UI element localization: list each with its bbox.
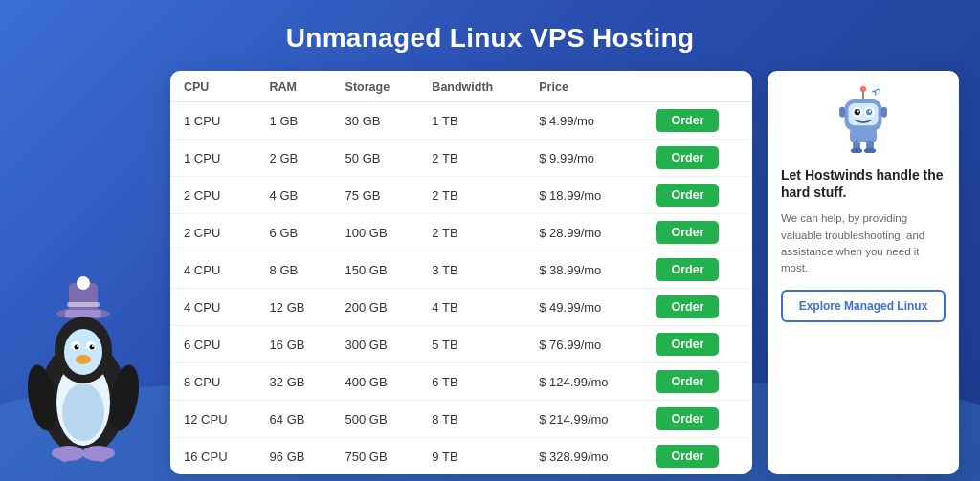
table-row: 1 CPU2 GB50 GB2 TB$ 9.99/moOrder [170, 140, 752, 177]
cell-cpu: 12 CPU [170, 401, 256, 438]
cell-bandwidth: 2 TB [418, 214, 525, 251]
cell-storage: 150 GB [332, 251, 419, 289]
cell-price: $ 124.99/mo [525, 363, 642, 401]
cell-price: $ 18.99/mo [525, 177, 642, 214]
cell-bandwidth: 5 TB [418, 326, 525, 363]
cell-ram: 6 GB [256, 214, 332, 251]
table-row: 4 CPU12 GB200 GB4 TB$ 49.99/moOrder [170, 289, 752, 326]
cell-order: Order [642, 401, 752, 438]
pricing-table: CPU RAM Storage Bandwidth Price 1 CPU1 G… [170, 71, 752, 474]
order-button-row-1[interactable]: Order [656, 146, 719, 169]
cell-bandwidth: 9 TB [418, 438, 525, 475]
cell-cpu: 2 CPU [170, 214, 256, 251]
svg-rect-37 [850, 128, 877, 143]
cell-storage: 500 GB [332, 401, 419, 438]
cell-order: Order [642, 140, 752, 177]
cell-cpu: 1 CPU [170, 102, 256, 140]
cell-order: Order [642, 438, 752, 475]
svg-point-12 [90, 345, 95, 350]
cell-price: $ 328.99/mo [525, 438, 642, 475]
order-button-row-8[interactable]: Order [656, 407, 719, 430]
side-panel: Let Hostwinds handle the hard stuff. We … [768, 71, 959, 474]
cell-cpu: 16 CPU [170, 438, 256, 475]
cell-storage: 200 GB [332, 289, 419, 326]
table-row: 2 CPU4 GB75 GB2 TB$ 18.99/moOrder [170, 177, 752, 214]
cell-price: $ 76.99/mo [525, 326, 642, 363]
svg-point-14 [92, 345, 94, 347]
svg-point-4 [77, 276, 90, 290]
cell-ram: 12 GB [256, 289, 332, 326]
svg-rect-3 [67, 302, 100, 307]
cell-bandwidth: 4 TB [418, 289, 525, 326]
side-panel-title: Let Hostwinds handle the hard stuff. [781, 166, 946, 201]
cell-bandwidth: 3 TB [418, 251, 525, 289]
cell-bandwidth: 1 TB [418, 102, 525, 140]
cell-ram: 64 GB [256, 401, 332, 438]
cell-ram: 96 GB [256, 438, 332, 475]
table-row: 2 CPU6 GB100 GB2 TB$ 28.99/moOrder [170, 214, 752, 251]
side-panel-mascot-area [781, 86, 946, 153]
cell-cpu: 4 CPU [170, 289, 256, 326]
order-button-row-9[interactable]: Order [656, 445, 719, 468]
order-button-row-6[interactable]: Order [656, 333, 719, 356]
order-button-row-0[interactable]: Order [656, 109, 719, 132]
cell-storage: 300 GB [332, 326, 419, 363]
cell-price: $ 38.99/mo [525, 251, 642, 289]
cell-order: Order [642, 214, 752, 251]
table-row: 16 CPU96 GB750 GB9 TB$ 328.99/moOrder [170, 438, 752, 475]
table-row: 12 CPU64 GB500 GB8 TB$ 214.99/moOrder [170, 401, 752, 438]
cell-bandwidth: 6 TB [418, 363, 525, 401]
col-header-bandwidth: Bandwidth [418, 71, 525, 102]
pricing-table-card: CPU RAM Storage Bandwidth Price 1 CPU1 G… [170, 71, 752, 474]
svg-rect-2 [65, 310, 101, 317]
cell-ram: 4 GB [256, 177, 332, 214]
order-button-row-3[interactable]: Order [656, 221, 719, 244]
cell-storage: 75 GB [332, 177, 419, 214]
col-header-action [642, 71, 752, 102]
svg-rect-35 [839, 107, 845, 118]
cell-cpu: 4 CPU [170, 251, 256, 289]
col-header-ram: RAM [256, 71, 332, 102]
cell-ram: 16 GB [256, 326, 332, 363]
table-row: 1 CPU1 GB30 GB1 TB$ 4.99/moOrder [170, 102, 752, 140]
order-button-row-2[interactable]: Order [656, 184, 719, 207]
svg-point-15 [76, 355, 91, 364]
cell-ram: 8 GB [256, 251, 332, 289]
cell-price: $ 214.99/mo [525, 401, 642, 438]
cell-storage: 100 GB [332, 214, 419, 251]
cell-cpu: 2 CPU [170, 177, 256, 214]
explore-managed-linux-button[interactable]: Explore Managed Linux [781, 290, 946, 322]
cell-order: Order [642, 326, 752, 363]
cell-order: Order [642, 102, 752, 140]
cell-storage: 400 GB [332, 363, 419, 401]
order-button-row-7[interactable]: Order [656, 370, 719, 393]
cell-cpu: 8 CPU [170, 363, 256, 401]
main-content: CPU RAM Storage Bandwidth Price 1 CPU1 G… [21, 71, 959, 474]
col-header-storage: Storage [332, 71, 419, 102]
order-button-row-5[interactable]: Order [656, 295, 719, 318]
table-header-row: CPU RAM Storage Bandwidth Price [170, 71, 752, 102]
order-button-row-4[interactable]: Order [656, 258, 719, 281]
cell-price: $ 4.99/mo [525, 102, 642, 140]
cell-order: Order [642, 251, 752, 289]
cell-ram: 2 GB [256, 140, 332, 177]
svg-point-13 [77, 345, 78, 347]
cell-ram: 1 GB [256, 102, 332, 140]
cell-bandwidth: 2 TB [418, 177, 525, 214]
cell-order: Order [642, 289, 752, 326]
svg-point-26 [860, 86, 866, 92]
svg-point-8 [64, 329, 102, 375]
table-row: 8 CPU32 GB400 GB6 TB$ 124.99/moOrder [170, 363, 752, 401]
cell-storage: 50 GB [332, 140, 419, 177]
svg-point-11 [75, 345, 79, 350]
cell-price: $ 28.99/mo [525, 214, 642, 251]
penguin-mascot-area [21, 71, 155, 474]
side-panel-description: We can help, by providing valuable troub… [781, 210, 946, 276]
page-title: Unmanaged Linux VPS Hosting [286, 23, 695, 54]
svg-rect-36 [881, 107, 887, 118]
svg-point-34 [869, 110, 871, 112]
cell-ram: 32 GB [256, 363, 332, 401]
cell-price: $ 49.99/mo [525, 289, 642, 326]
table-row: 4 CPU8 GB150 GB3 TB$ 38.99/moOrder [170, 251, 752, 289]
table-row: 6 CPU16 GB300 GB5 TB$ 76.99/moOrder [170, 326, 752, 363]
